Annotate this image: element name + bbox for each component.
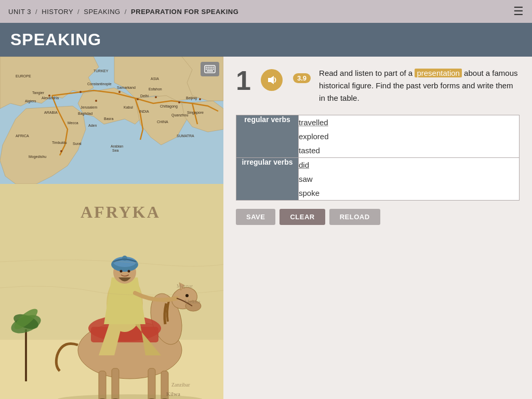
svg-text:ASIA: ASIA <box>151 77 159 81</box>
regular-answer-3: tasted <box>299 143 519 157</box>
svg-rect-9 <box>211 69 213 70</box>
svg-marker-88 <box>268 76 274 84</box>
clear-button[interactable]: CLEAR <box>280 209 325 225</box>
svg-text:Jerusalem: Jerusalem <box>81 105 97 109</box>
svg-point-17 <box>137 98 139 100</box>
svg-rect-10 <box>213 69 214 70</box>
map-image: EUROPE AFRICA ASIA Constantinople Samark… <box>0 57 223 184</box>
svg-point-14 <box>79 91 82 93</box>
svg-text:Arabian: Arabian <box>111 144 123 148</box>
verb-table: regular verbs travelled explored tasted … <box>236 115 520 201</box>
svg-text:Samarkand: Samarkand <box>117 86 136 89</box>
keyboard-icon <box>204 65 216 73</box>
svg-rect-6 <box>206 69 207 70</box>
svg-text:Alexandria: Alexandria <box>42 96 59 100</box>
right-panel: 1 3.9 Read and listen to part of a prese… <box>223 57 532 399</box>
svg-text:Constantinople: Constantinople <box>87 82 112 86</box>
svg-text:Mekka: Mekka <box>184 298 201 304</box>
irregular-answer-3: spoke <box>299 186 519 200</box>
svg-rect-3 <box>209 67 211 68</box>
svg-text:CHINA: CHINA <box>157 120 168 124</box>
svg-rect-8 <box>209 69 211 70</box>
reload-button[interactable]: RELOAD <box>329 209 380 225</box>
svg-rect-1 <box>206 67 207 68</box>
keyboard-button[interactable] <box>201 62 219 76</box>
top-nav: UNIT 3 / HISTORY / SPEAKING / PREPARATIO… <box>0 0 532 23</box>
svg-text:SUMATRA: SUMATRA <box>177 134 194 138</box>
svg-text:Mecca: Mecca <box>68 121 78 125</box>
svg-text:Meynar: Meynar <box>177 283 193 289</box>
instruction-text: Read and listen to part of a <box>319 69 413 77</box>
svg-point-21 <box>60 150 62 152</box>
svg-point-16 <box>118 91 121 93</box>
svg-text:ARABIA: ARABIA <box>44 111 58 114</box>
svg-text:Aden: Aden <box>88 124 97 127</box>
irregular-answer-2: saw <box>299 172 519 186</box>
svg-point-19 <box>178 101 180 103</box>
exercise-header: 1 3.9 Read and listen to part of a prese… <box>236 67 520 104</box>
speaker-icon <box>267 75 277 85</box>
action-buttons: SAVE CLEAR RELOAD <box>236 209 520 225</box>
regular-verbs-answers[interactable]: travelled explored tasted <box>299 115 520 158</box>
regular-answer-2: explored <box>299 129 519 143</box>
save-button[interactable]: SAVE <box>236 209 275 225</box>
irregular-answer-1: did <box>299 158 519 172</box>
unit-label: UNIT 3 <box>8 8 31 16</box>
regular-answer-1: travelled <box>299 115 519 129</box>
illustration-svg: AFRYKA <box>0 184 223 399</box>
svg-text:TURKEY: TURKEY <box>94 69 109 73</box>
svg-text:AFRYKA: AFRYKA <box>81 203 161 221</box>
breadcrumb: UNIT 3 / HISTORY / SPEAKING / PREPARATIO… <box>8 8 238 16</box>
svg-text:Kilwa: Kilwa <box>166 391 180 397</box>
irregular-verbs-label: irregular verbs <box>236 158 299 201</box>
svg-rect-4 <box>211 67 213 68</box>
svg-text:AFRICA: AFRICA <box>16 134 29 138</box>
svg-text:Singapore: Singapore <box>187 111 204 115</box>
history-label: HISTORY <box>42 8 73 16</box>
svg-text:Kabul: Kabul <box>124 105 133 109</box>
audio-button[interactable] <box>261 69 283 91</box>
exercise-number: 1 <box>236 67 252 94</box>
illustration-image: AFRYKA <box>0 184 223 399</box>
svg-text:Surat: Surat <box>73 142 82 145</box>
svg-point-65 <box>185 294 189 297</box>
svg-text:Timbuktu: Timbuktu <box>52 141 67 144</box>
svg-text:Chittagong: Chittagong <box>160 104 178 109</box>
svg-text:Esfahon: Esfahon <box>149 87 162 91</box>
svg-rect-5 <box>213 67 214 68</box>
highlight-word: presentation <box>415 69 462 77</box>
svg-rect-7 <box>208 69 209 70</box>
svg-rect-68 <box>148 368 155 399</box>
svg-point-81 <box>120 270 123 273</box>
svg-text:Algiers: Algiers <box>25 99 36 103</box>
sep1: / <box>35 8 37 16</box>
exercise-text: Read and listen to part of a presentatio… <box>319 67 520 104</box>
svg-text:Tangier: Tangier <box>32 91 45 95</box>
svg-text:Sea: Sea <box>112 149 119 152</box>
page-header: SPEAKING <box>0 23 532 57</box>
svg-text:Beijing: Beijing <box>186 96 197 100</box>
sep3: / <box>125 8 127 16</box>
audio-label: 3.9 <box>293 73 311 83</box>
page-title: SPEAKING <box>10 30 522 49</box>
svg-point-15 <box>95 100 97 102</box>
hamburger-button[interactable]: ☰ <box>513 6 524 17</box>
left-panel: EUROPE AFRICA ASIA Constantinople Samark… <box>0 57 223 399</box>
svg-text:Zanzibar: Zanzibar <box>171 382 190 388</box>
sep2: / <box>77 8 79 16</box>
irregular-verbs-answers[interactable]: did saw spoke <box>299 158 520 201</box>
svg-text:INDIA: INDIA <box>139 110 149 113</box>
svg-rect-11 <box>207 71 213 72</box>
svg-text:Mogedishu: Mogedishu <box>29 155 46 159</box>
main-layout: EUROPE AFRICA ASIA Constantinople Samark… <box>0 57 532 399</box>
map-svg: EUROPE AFRICA ASIA Constantinople Samark… <box>0 57 223 184</box>
svg-text:Quanzhou: Quanzhou <box>171 113 188 117</box>
prep-label: PREPARATION FOR SPEAKING <box>131 8 238 16</box>
svg-point-82 <box>128 270 130 273</box>
svg-text:Baghdad: Baghdad <box>78 112 92 116</box>
svg-text:EUROPE: EUROPE <box>16 74 31 78</box>
svg-text:Basra: Basra <box>104 117 113 121</box>
irregular-verbs-row: irregular verbs did saw spoke <box>236 158 520 201</box>
regular-verbs-row: regular verbs travelled explored tasted <box>236 115 520 158</box>
regular-verbs-label: regular verbs <box>236 115 299 158</box>
